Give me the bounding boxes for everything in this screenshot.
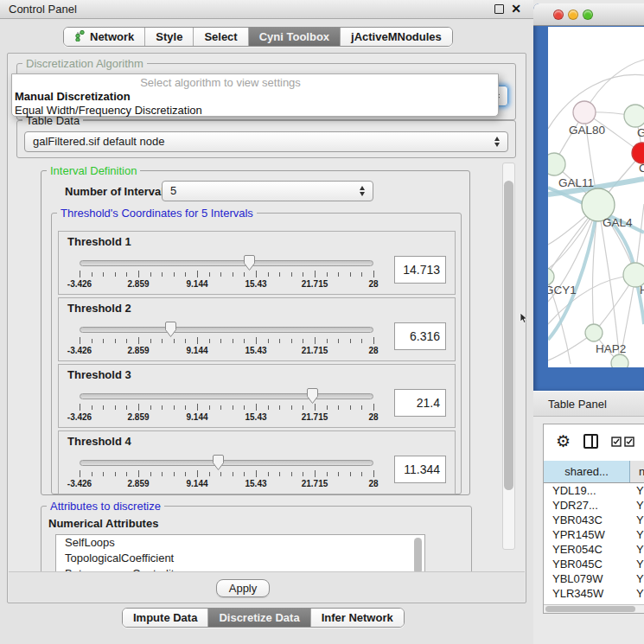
threshold-box-4: Threshold 4-3.4262.8599.14415.4321.71528… (58, 430, 456, 494)
minor-tick (279, 405, 280, 410)
scrollbar-thumb[interactable] (545, 606, 635, 612)
slider-thumb-icon[interactable] (212, 454, 225, 471)
column-header-shared-name[interactable]: shared... (544, 461, 630, 482)
tab-cyni-toolbox[interactable]: Cyni Toolbox (249, 28, 341, 46)
cell-name[interactable]: YDR2 (630, 498, 644, 513)
split-view-icon[interactable] (583, 434, 598, 449)
table-row[interactable]: YLR345WYLR3 (544, 586, 644, 601)
cell-shared-name[interactable]: YLR345W (544, 586, 630, 601)
tab-impute-data[interactable]: Impute Data (123, 609, 208, 627)
cell-name[interactable]: YER0 (630, 542, 644, 557)
cell-name[interactable]: YBL0 (630, 571, 644, 586)
slider-track[interactable] (80, 393, 373, 399)
threshold-slider[interactable]: -3.4262.8599.14415.4321.71528 (80, 365, 373, 429)
node-gal80[interactable] (573, 101, 596, 124)
tab-label: Select (204, 30, 237, 43)
minor-tick (150, 472, 151, 476)
table-data-combobox[interactable]: galFiltered.sif default node (24, 131, 508, 152)
cell-name[interactable]: YPR1 (630, 527, 644, 542)
tab-jactivemnodules[interactable]: jActiveMNodules (341, 28, 452, 46)
minimize-window-icon[interactable] (568, 10, 578, 20)
cell-shared-name[interactable]: YBL079W (544, 571, 630, 586)
cell-shared-name[interactable]: YDR27... (544, 498, 630, 513)
table-row[interactable]: YBR043CYBR0 (544, 513, 644, 527)
slider-track[interactable] (80, 327, 373, 333)
network-canvas[interactable]: GAL80GACYGAL11GAL4GCY1HHAP2 (548, 27, 644, 367)
table-row[interactable]: YDR27...YDR2 (544, 498, 644, 513)
tick-label: -3.426 (67, 479, 92, 488)
slider-thumb-icon[interactable] (243, 254, 256, 271)
cell-name[interactable]: YLR3 (630, 586, 644, 601)
table-row[interactable]: YBR045CYBR0 (544, 557, 644, 571)
node-hap2[interactable] (585, 324, 603, 341)
tab-network[interactable]: Network (64, 28, 145, 46)
threshold-box-3: Threshold 3-3.4262.8599.14415.4321.71528… (58, 364, 456, 428)
tab-label: jActiveMNodules (351, 30, 442, 43)
node-gcy1[interactable] (548, 268, 554, 285)
slider-thumb-icon[interactable] (164, 321, 177, 338)
attribute-list-item[interactable]: SelfLoops (56, 535, 424, 551)
minor-tick (268, 405, 269, 410)
gear-icon[interactable]: ⚙ (556, 433, 571, 450)
tab-discretize-data[interactable]: Discretize Data (208, 609, 310, 627)
apply-button[interactable]: Apply (216, 579, 270, 597)
threshold-value-field[interactable]: 11.344 (394, 456, 446, 483)
tick-label: 21.715 (302, 279, 328, 289)
column-header-name[interactable]: na (630, 461, 644, 482)
minor-tick (185, 405, 186, 410)
node-bottom[interactable] (611, 354, 628, 367)
cell-shared-name[interactable]: YBR045C (544, 557, 630, 571)
network-edge[interactable] (548, 275, 635, 324)
slider-thumb-icon[interactable] (306, 387, 319, 405)
attribute-list-item[interactable]: TopologicalCoefficient (56, 551, 424, 566)
node-selected-red[interactable] (632, 143, 644, 163)
cell-shared-name[interactable]: YBR043C (544, 513, 630, 527)
threshold-value-field[interactable]: 14.713 (394, 256, 446, 284)
zoom-window-icon[interactable] (583, 10, 593, 20)
table-row[interactable]: YPR145WYPR1 (544, 527, 644, 542)
threshold-value-field[interactable]: 6.316 (394, 322, 446, 350)
tab-infer-network[interactable]: Infer Network (311, 609, 404, 627)
cell-name[interactable]: YBR0 (630, 513, 644, 527)
tick-label: -3.426 (67, 346, 92, 355)
tab-style[interactable]: Style (145, 28, 194, 46)
minor-tick (268, 272, 269, 277)
cell-name[interactable]: YBR0 (630, 557, 644, 571)
cell-shared-name[interactable]: YDL19... (544, 483, 630, 498)
slider-track[interactable] (80, 460, 373, 466)
tick-label: 9.144 (186, 346, 207, 355)
network-view-window[interactable]: GAL80GACYGAL11GAL4GCY1HHAP2 (533, 3, 644, 391)
cell-shared-name[interactable]: YPR145W (544, 527, 630, 542)
node-gal11[interactable] (548, 153, 565, 175)
number-of-intervals-combobox[interactable]: 5 (162, 181, 373, 201)
network-edge-thick[interactable] (548, 208, 597, 340)
minor-tick (268, 472, 269, 476)
tick-label: 21.715 (302, 479, 328, 488)
table-row[interactable]: YDL19...YDL1 (544, 483, 644, 498)
threshold-slider[interactable]: -3.4262.8599.14415.4321.71528 (80, 431, 373, 495)
table-row[interactable]: YBL079WYBL0 (544, 571, 644, 586)
threshold-slider[interactable]: -3.4262.8599.14415.4321.71528 (80, 232, 373, 296)
network-icon (74, 29, 86, 44)
major-tick (138, 337, 139, 344)
table-horizontal-scrollbar[interactable] (544, 604, 644, 613)
threshold-value-field[interactable]: 21.4 (394, 389, 446, 417)
cell-shared-name[interactable]: YER054C (544, 542, 630, 557)
algorithm-option-manual[interactable]: Manual Discretization (12, 90, 498, 104)
tab-select[interactable]: Select (194, 28, 248, 46)
select-columns-icon[interactable] (611, 437, 635, 447)
cell-name[interactable]: YDL1 (630, 483, 644, 498)
algorithm-option-equal-width[interactable]: Equal Width/Frequency Discretization (12, 104, 498, 118)
float-window-icon[interactable] (494, 4, 504, 14)
threshold-slider[interactable]: -3.4262.8599.14415.4321.71528 (80, 298, 373, 362)
table-row[interactable]: YER054CYER0 (544, 542, 644, 557)
major-tick (256, 470, 257, 477)
tick-label: 28 (368, 412, 378, 422)
minor-tick (327, 272, 328, 277)
node-top-right[interactable] (624, 105, 644, 127)
close-panel-icon[interactable]: ✕ (511, 3, 521, 15)
scrollbar-thumb[interactable] (504, 181, 513, 490)
settings-vertical-scrollbar[interactable] (502, 163, 515, 550)
slider-track[interactable] (80, 260, 373, 266)
close-window-icon[interactable] (553, 10, 564, 20)
